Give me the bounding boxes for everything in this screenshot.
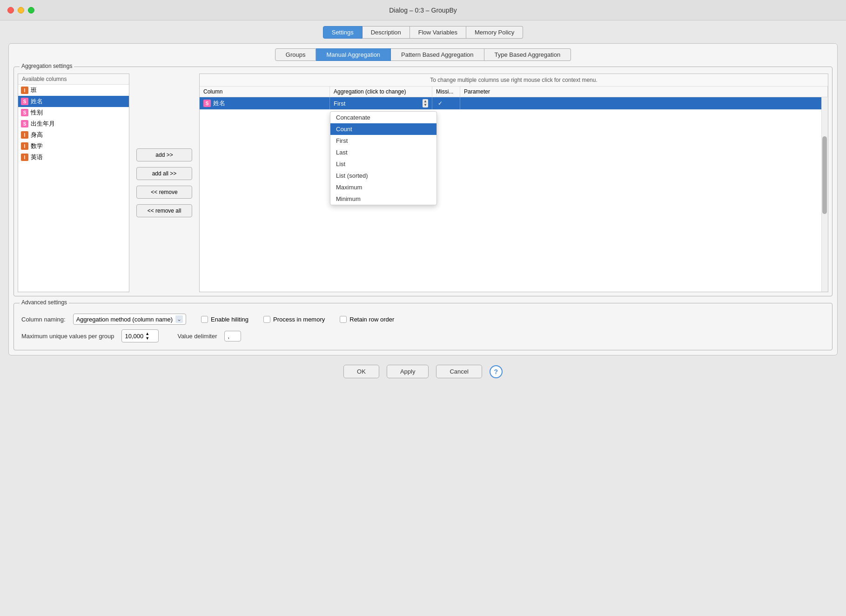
- top-tabs: Settings Description Flow Variables Memo…: [0, 20, 846, 43]
- enable-hiliting-checkbox[interactable]: [201, 316, 208, 323]
- aggregation-body: Available columns I 班 S 姓名 S 性别: [18, 74, 828, 292]
- inner-tabs: Groups Manual Aggregation Pattern Based …: [13, 48, 833, 61]
- list-item[interactable]: S 性别: [18, 107, 129, 118]
- type-badge-I: I: [21, 131, 28, 139]
- enable-hiliting-row: Enable hiliting: [201, 316, 248, 323]
- list-item[interactable]: I 数学: [18, 141, 129, 152]
- value-delimiter-input[interactable]: ,: [224, 331, 241, 341]
- add-all-button[interactable]: add all >>: [136, 167, 192, 180]
- close-button[interactable]: [7, 7, 14, 13]
- scrollbar[interactable]: [821, 97, 828, 292]
- missi-checkbox[interactable]: ✓: [436, 99, 444, 107]
- col-name: 姓名: [31, 97, 43, 106]
- tab-manual-aggregation[interactable]: Manual Aggregation: [316, 48, 391, 61]
- advanced-settings-label: Advanced settings: [20, 299, 69, 306]
- row-column-cell: S 姓名: [200, 97, 330, 109]
- list-item[interactable]: I 英语: [18, 152, 129, 163]
- traffic-lights: [7, 7, 34, 13]
- advanced-settings-box: Advanced settings Column naming: Aggrega…: [13, 303, 833, 350]
- col-header-param: Parameter: [460, 87, 828, 97]
- add-button[interactable]: add >>: [136, 148, 192, 161]
- available-columns-header: Available columns: [18, 74, 129, 85]
- dropdown-item-list[interactable]: List: [330, 158, 436, 170]
- maximize-button[interactable]: [28, 7, 34, 13]
- type-badge-I: I: [21, 142, 28, 150]
- retain-row-order-row: Retain row order: [340, 316, 394, 323]
- col-name: 性别: [31, 108, 43, 117]
- column-list: I 班 S 姓名 S 性别 S 出生年月: [18, 85, 129, 292]
- right-table-header: Column Aggregation (click to change) Mis…: [200, 87, 828, 97]
- available-columns-section: Available columns I 班 S 姓名 S 性别: [18, 74, 129, 292]
- dropdown-item-concatenate[interactable]: Concatenate: [330, 112, 436, 123]
- row-param-cell: [460, 101, 828, 105]
- buttons-section: add >> add all >> << remove << remove al…: [129, 74, 199, 292]
- aggregation-dropdown: Concatenate Count First Last List List (…: [330, 111, 437, 205]
- right-section: To change multiple columns use right mou…: [199, 74, 828, 292]
- max-unique-input[interactable]: 10,000 ▲▼: [121, 329, 159, 342]
- remove-button[interactable]: << remove: [136, 186, 192, 199]
- remove-all-button[interactable]: << remove all: [136, 204, 192, 217]
- column-naming-label: Column naming:: [21, 316, 66, 323]
- dropdown-arrows[interactable]: ▲▼: [423, 99, 428, 107]
- select-arrow-icon: ⌄: [175, 315, 183, 323]
- advanced-row-2: Maximum unique values per group 10,000 ▲…: [21, 329, 825, 342]
- tab-pattern-aggregation[interactable]: Pattern Based Aggregation: [391, 48, 484, 61]
- type-badge-I: I: [21, 154, 28, 161]
- col-name: 身高: [31, 131, 43, 139]
- tab-type-aggregation[interactable]: Type Based Aggregation: [484, 48, 571, 61]
- list-item[interactable]: I 身高: [18, 129, 129, 141]
- retain-row-order-checkbox[interactable]: [340, 316, 347, 323]
- list-item[interactable]: S 出生年月: [18, 118, 129, 129]
- col-name: 出生年月: [31, 120, 55, 128]
- type-badge-S: S: [21, 98, 28, 105]
- list-item[interactable]: I 班: [18, 85, 129, 96]
- dropdown-item-list-sorted[interactable]: List (sorted): [330, 170, 436, 181]
- col-header-agg: Aggregation (click to change): [330, 87, 432, 97]
- help-button[interactable]: ?: [490, 365, 503, 378]
- enable-hiliting-label: Enable hiliting: [211, 316, 248, 323]
- tab-groups[interactable]: Groups: [275, 48, 316, 61]
- column-naming-select[interactable]: Aggregation method (column name) ⌄: [73, 314, 186, 325]
- tab-description[interactable]: Description: [363, 26, 410, 39]
- main-container: Groups Manual Aggregation Pattern Based …: [8, 43, 838, 355]
- row-agg-cell[interactable]: First ▲▼ Concatenate Count First: [330, 97, 432, 109]
- ok-button[interactable]: OK: [343, 365, 379, 378]
- value-delimiter-label: Value delimiter: [177, 333, 217, 340]
- window-title: Dialog – 0:3 – GroupBy: [389, 7, 457, 14]
- aggregation-settings-label: Aggregation settings: [20, 63, 74, 69]
- dropdown-item-last[interactable]: Last: [330, 147, 436, 158]
- list-item[interactable]: S 姓名: [18, 96, 129, 107]
- retain-row-order-label: Retain row order: [349, 316, 394, 323]
- advanced-row-1: Column naming: Aggregation method (colum…: [21, 314, 825, 325]
- tab-memory-policy[interactable]: Memory Policy: [466, 26, 523, 39]
- type-badge-S: S: [21, 120, 28, 127]
- right-hint: To change multiple columns use right mou…: [200, 74, 828, 87]
- bottom-bar: OK Apply Cancel ?: [0, 355, 846, 389]
- scrollbar-thumb: [822, 136, 827, 214]
- apply-button[interactable]: Apply: [387, 365, 429, 378]
- dropdown-item-count[interactable]: Count: [330, 123, 436, 135]
- col-header-missi: Missi...: [432, 87, 460, 97]
- main-panel: Groups Manual Aggregation Pattern Based …: [8, 43, 838, 355]
- process-in-memory-checkbox[interactable]: [263, 316, 270, 323]
- col-header-column: Column: [200, 87, 330, 97]
- tab-settings[interactable]: Settings: [323, 26, 363, 39]
- row-type-badge: S: [203, 100, 211, 107]
- col-name: 班: [31, 86, 37, 94]
- dropdown-item-maximum[interactable]: Maximum: [330, 181, 436, 193]
- right-table-body: S 姓名 First ▲▼: [200, 97, 828, 292]
- type-badge-I: I: [21, 87, 28, 94]
- spinner-icon[interactable]: ▲▼: [145, 331, 149, 341]
- minimize-button[interactable]: [18, 7, 24, 13]
- cancel-button[interactable]: Cancel: [436, 365, 482, 378]
- table-row[interactable]: S 姓名 First ▲▼: [200, 97, 828, 110]
- row-missi-cell[interactable]: ✓: [432, 97, 460, 109]
- tab-flow-variables[interactable]: Flow Variables: [410, 26, 466, 39]
- max-unique-label: Maximum unique values per group: [21, 333, 114, 340]
- aggregation-settings-box: Aggregation settings Available columns I…: [13, 67, 833, 296]
- dropdown-item-first[interactable]: First: [330, 135, 436, 147]
- col-name: 英语: [31, 153, 43, 161]
- dropdown-item-minimum[interactable]: Minimum: [330, 193, 436, 205]
- process-in-memory-label: Process in memory: [273, 316, 325, 323]
- type-badge-S: S: [21, 109, 28, 116]
